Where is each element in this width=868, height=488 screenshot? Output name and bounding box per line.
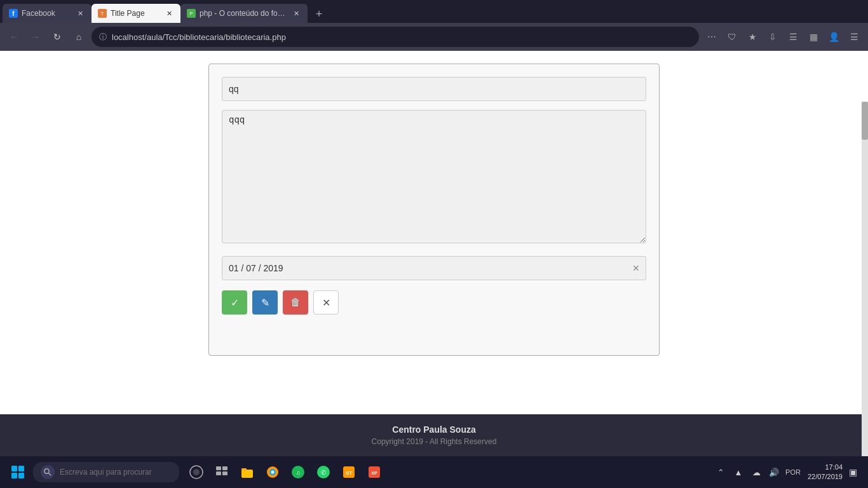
date-input-wrap: ✕	[222, 256, 646, 280]
download-icon[interactable]: ⇩	[764, 28, 782, 46]
date-row: ✕	[222, 256, 646, 280]
svg-point-3	[193, 469, 200, 475]
refresh-button[interactable]: ↻	[48, 28, 66, 46]
taskbar: ♫ ✆ ST XP ⌃ ▲ ☁ 🔊 POR 17:04 22/07/2019 ▣	[0, 456, 868, 488]
page-content: qqq ✕ ✓ ✎ 🗑 ✕ Centro Paula Souza Copyrig…	[0, 51, 868, 456]
description-textarea[interactable]: qqq	[222, 110, 646, 243]
confirm-button[interactable]: ✓	[222, 290, 247, 315]
action-buttons: ✓ ✎ 🗑 ✕	[222, 290, 646, 315]
system-clock[interactable]: 17:04 22/07/2019	[804, 463, 843, 482]
reading-list-icon[interactable]: ☰	[784, 28, 802, 46]
svg-rect-6	[216, 471, 221, 475]
date-input[interactable]	[222, 256, 646, 280]
favicon-title: T	[98, 9, 107, 18]
windows-logo-icon	[11, 466, 24, 478]
tray-volume-icon[interactable]: 🔊	[766, 464, 782, 480]
home-button[interactable]: ⌂	[70, 28, 88, 46]
taskbar-firefox-icon[interactable]	[261, 459, 285, 485]
shield-icon[interactable]: 🛡	[723, 28, 741, 46]
tab-title-page[interactable]: T Title Page ✕	[92, 4, 180, 23]
tab-facebook[interactable]: f Facebook ✕	[3, 4, 92, 23]
svg-rect-9	[241, 468, 247, 471]
taskbar-cortana-icon[interactable]	[184, 459, 208, 485]
taskbar-xampp-icon[interactable]: XP	[362, 459, 386, 485]
forward-button[interactable]: →	[27, 28, 44, 46]
delete-button[interactable]: 🗑	[283, 290, 308, 315]
security-icon: ⓘ	[99, 32, 107, 43]
tab-title-label: Title Page	[111, 9, 160, 18]
svg-point-12	[271, 471, 275, 474]
url-base: localhost/aula/Tcc/bibliotecaria/bibliot…	[112, 32, 286, 42]
svg-text:ST: ST	[346, 470, 352, 476]
svg-text:XP: XP	[371, 471, 377, 475]
clock-date: 22/07/2019	[804, 472, 843, 482]
svg-point-0	[44, 469, 50, 474]
svg-line-1	[49, 473, 51, 476]
tab-php-close[interactable]: ✕	[291, 8, 301, 18]
favicon-php: P	[187, 9, 196, 18]
tab-bar: f Facebook ✕ T Title Page ✕ P php - O co…	[0, 0, 868, 23]
address-bar-row: ← → ↻ ⌂ ⓘ localhost/aula/Tcc/bibliotecar…	[0, 23, 868, 51]
edit-button[interactable]: ✎	[252, 290, 278, 315]
system-tray: ⌃ ▲ ☁ 🔊 POR 17:04 22/07/2019 ▣	[713, 463, 863, 482]
taskbar-app-icons: ♫ ✆ ST XP	[184, 459, 386, 485]
svg-rect-7	[222, 471, 227, 475]
tab-title-close[interactable]: ✕	[164, 8, 174, 18]
more-options-button[interactable]: ⋯	[703, 28, 721, 46]
back-button[interactable]: ←	[5, 28, 23, 46]
footer-title: Centro Paula Souza	[10, 424, 858, 435]
start-button[interactable]	[5, 459, 31, 485]
taskbar-spotify-icon[interactable]: ♫	[286, 459, 310, 485]
page-footer: Centro Paula Souza Copyright 2019 - All …	[0, 414, 868, 456]
tray-network-icon[interactable]: ▲	[731, 464, 746, 480]
tray-language-label[interactable]: POR	[784, 464, 802, 480]
footer-copyright: Copyright 2019 - All Rights Reserved	[10, 437, 858, 446]
svg-text:♫: ♫	[296, 470, 301, 476]
tray-icons: ⌃ ▲ ☁ 🔊 POR	[713, 464, 802, 480]
tab-facebook-label: Facebook	[22, 9, 71, 18]
url-display: localhost/aula/Tcc/bibliotecaria/bibliot…	[112, 32, 691, 42]
tab-php-label: php - O conteúdo do footer na...	[200, 9, 287, 18]
toolbar-icons: ⋯ 🛡 ★ ⇩ ☰ ▦ 👤 ☰	[703, 28, 863, 46]
scroll-thumb[interactable]	[862, 102, 868, 140]
bookmark-star-icon[interactable]: ★	[743, 28, 761, 46]
tab-facebook-close[interactable]: ✕	[75, 8, 85, 18]
address-bar[interactable]: ⓘ localhost/aula/Tcc/bibliotecaria/bibli…	[92, 27, 699, 47]
cancel-button[interactable]: ✕	[313, 290, 339, 315]
svg-text:✆: ✆	[321, 469, 326, 476]
svg-rect-5	[222, 466, 227, 470]
split-view-icon[interactable]: ▦	[804, 28, 822, 46]
taskbar-sublime-icon[interactable]: ST	[337, 459, 361, 485]
taskbar-explorer-icon[interactable]	[235, 459, 259, 485]
favicon-facebook: f	[9, 9, 18, 18]
profile-icon[interactable]: 👤	[825, 28, 843, 46]
tray-chevron-icon[interactable]: ⌃	[713, 464, 728, 480]
svg-rect-4	[216, 466, 221, 470]
tray-cloud-icon[interactable]: ☁	[749, 464, 764, 480]
taskbar-search-icon	[41, 465, 55, 479]
taskbar-search[interactable]	[33, 462, 179, 482]
notification-center-icon[interactable]: ▣	[845, 464, 860, 480]
title-input[interactable]	[222, 77, 646, 101]
menu-button[interactable]: ☰	[845, 28, 863, 46]
taskbar-search-input[interactable]	[60, 468, 168, 477]
new-tab-button[interactable]: +	[310, 5, 328, 23]
scroll-track[interactable]	[862, 102, 868, 456]
page-main: qqq ✕ ✓ ✎ 🗑 ✕	[0, 51, 868, 414]
taskbar-whatsapp-icon[interactable]: ✆	[311, 459, 336, 485]
tab-php[interactable]: P php - O conteúdo do footer na... ✕	[180, 4, 308, 23]
date-clear-icon[interactable]: ✕	[632, 263, 640, 273]
clock-time: 17:04	[804, 463, 843, 472]
form-card: qqq ✕ ✓ ✎ 🗑 ✕	[208, 64, 660, 356]
taskbar-taskview-icon[interactable]	[210, 459, 234, 485]
